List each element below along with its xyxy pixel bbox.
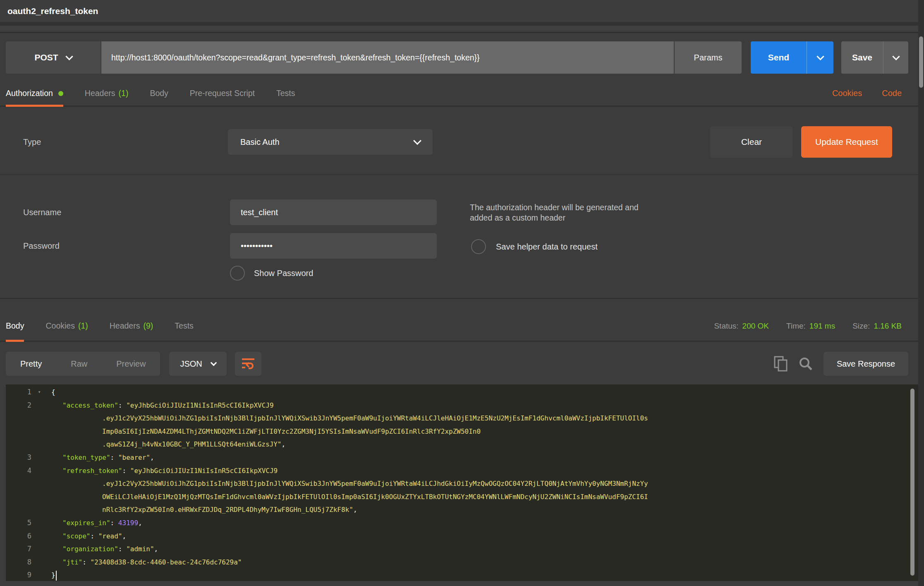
send-button[interactable]: Send — [751, 41, 833, 74]
response-tab-tests-label: Tests — [175, 321, 194, 331]
code-text: "expires_in": 43199, — [47, 516, 918, 530]
fold-gutter — [31, 503, 47, 516]
type-label: Type — [23, 137, 41, 147]
tab-headers[interactable]: Headers (1) — [85, 81, 129, 106]
line-number — [6, 490, 31, 504]
fold-gutter — [31, 464, 47, 478]
fold-gutter — [31, 569, 47, 581]
code-text: "token_type": "bearer", — [47, 451, 918, 464]
response-headers-count-badge: (9) — [143, 321, 153, 331]
code-link[interactable]: Code — [882, 89, 902, 98]
method-dropdown[interactable]: POST — [6, 41, 101, 74]
username-row: Username — [0, 199, 924, 225]
params-button[interactable]: Params — [675, 41, 742, 74]
send-options-button[interactable] — [807, 41, 833, 74]
helper-note-line2: added as a custom header — [470, 213, 639, 223]
status-label: Status: — [714, 322, 738, 330]
format-dropdown[interactable]: JSON — [169, 352, 226, 376]
tab-body-label: Body — [150, 89, 168, 98]
code-line: OWEiLCJleHAiOjE1MzQ1MjQzMTQsImF1dGhvcml0… — [6, 490, 918, 504]
tab-authorization-label: Authorization — [6, 89, 53, 98]
request-tabs: Authorization Headers (1) Body Pre-reque… — [0, 81, 924, 107]
chevron-down-icon — [413, 137, 421, 145]
save-label: Save — [841, 41, 883, 74]
titlebar-substrip — [0, 26, 924, 33]
view-preview-button[interactable]: Preview — [102, 359, 160, 369]
save-helper-radio[interactable] — [471, 239, 486, 254]
copy-button[interactable] — [774, 356, 788, 372]
save-response-button[interactable]: Save Response — [823, 352, 908, 376]
code-text: "scope": "read", — [47, 530, 918, 543]
line-number: 5 — [6, 516, 31, 530]
code-line: .eyJ1c2VyX25hbWUiOiJhZG1pbiIsInNjb3BlIjp… — [6, 477, 918, 490]
wrap-lines-button[interactable] — [235, 352, 261, 376]
status-value: 200 OK — [742, 322, 769, 330]
send-label: Send — [751, 41, 807, 74]
response-scrollbar-thumb[interactable] — [910, 389, 914, 576]
code-line: 5"expires_in": 43199, — [6, 516, 918, 530]
tab-prerequest-label: Pre-request Script — [190, 89, 255, 98]
tab-prerequest-script[interactable]: Pre-request Script — [190, 81, 255, 106]
auth-type-select[interactable]: Basic Auth — [228, 129, 433, 155]
chevron-down-icon — [816, 53, 824, 60]
response-tab-cookies[interactable]: Cookies (1) — [45, 311, 88, 341]
line-number — [6, 412, 31, 425]
save-button[interactable]: Save — [841, 41, 908, 74]
view-raw-button[interactable]: Raw — [56, 359, 102, 369]
code-text: "refresh_token": "eyJhbGciOiJIUzI1NiIsIn… — [47, 464, 918, 478]
code-line: 2"access_token": "eyJhbGciOiJIUzI1NiIsIn… — [6, 399, 918, 412]
line-number: 2 — [6, 399, 31, 412]
code-text: Imp0aSI6IjIzNDA4ZDM4LThjZGMtNDQ2MC1iZWFj… — [47, 425, 918, 438]
code-line: Imp0aSI6IjIzNDA4ZDM4LThjZGMtNDQ2MC1iZWFj… — [6, 425, 918, 438]
code-text: "access_token": "eyJhbGciOiJIUzI1NiIsInR… — [47, 399, 918, 412]
show-password-radio[interactable] — [230, 266, 245, 281]
response-tab-body[interactable]: Body — [6, 311, 24, 341]
line-number — [6, 477, 31, 490]
line-number — [6, 438, 31, 451]
password-row: Password — [0, 233, 924, 259]
tab-body[interactable]: Body — [150, 81, 168, 106]
size-group: Size:1.16 KB — [852, 322, 902, 331]
fold-gutter — [31, 543, 47, 556]
clear-button[interactable]: Clear — [710, 126, 793, 158]
view-pretty-button[interactable]: Pretty — [6, 359, 56, 369]
fold-gutter — [31, 477, 47, 490]
fold-gutter — [31, 399, 47, 412]
tab-tests[interactable]: Tests — [276, 81, 295, 106]
fold-gutter — [31, 516, 47, 530]
params-label: Params — [694, 53, 723, 62]
search-button[interactable] — [799, 357, 813, 371]
line-number: 6 — [6, 530, 31, 543]
clear-label: Clear — [741, 137, 762, 147]
url-input[interactable] — [101, 41, 674, 74]
fold-toggle-icon[interactable]: ▾ — [31, 386, 47, 399]
method-label: POST — [34, 53, 58, 62]
tab-authorization[interactable]: Authorization — [6, 81, 63, 106]
fold-gutter — [31, 438, 47, 451]
code-text: "jti": "23408d38-8cdc-4460-beac-24c76dc7… — [47, 556, 918, 569]
response-tab-headers[interactable]: Headers (9) — [110, 311, 153, 341]
chevron-down-icon — [65, 53, 73, 60]
chevron-down-icon — [210, 359, 217, 366]
code-line: 9} — [6, 569, 918, 581]
save-options-button[interactable] — [883, 41, 908, 74]
update-request-button[interactable]: Update Request — [801, 126, 892, 158]
page-scrollbar-thumb[interactable] — [919, 36, 923, 88]
password-field[interactable] — [230, 233, 437, 259]
cookies-link[interactable]: Cookies — [832, 89, 862, 98]
status-group: Status:200 OK — [714, 322, 769, 331]
line-number — [6, 503, 31, 516]
code-text: nRlc3RfY2xpZW50In0.eHRWxFZDJDq_2RDPL4Dhy… — [47, 503, 918, 516]
code-line: 4"refresh_token": "eyJhbGciOiJIUzI1NiIsI… — [6, 464, 918, 478]
code-text: .eyJ1c2VyX25hbWUiOiJhZG1pbiIsInNjb3BlIjp… — [47, 477, 918, 490]
response-toolbar: Pretty Raw Preview JSON Save Res — [6, 351, 908, 377]
page-scrollbar-track — [918, 0, 924, 586]
search-icon — [799, 357, 813, 371]
response-tab-tests[interactable]: Tests — [175, 311, 194, 341]
username-field[interactable] — [230, 199, 437, 225]
wrap-text-icon — [241, 358, 255, 370]
password-label: Password — [23, 241, 60, 251]
response-tab-cookies-label: Cookies — [45, 321, 74, 331]
time-label: Time: — [786, 322, 806, 330]
update-request-label: Update Request — [815, 137, 878, 147]
